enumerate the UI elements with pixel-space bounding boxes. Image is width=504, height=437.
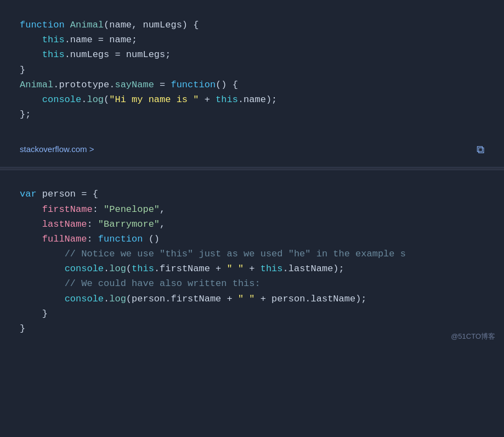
code-line-b3: lastName: "Barrymore", <box>20 217 484 232</box>
code-line-6: console.log("Hi my name is " + this.name… <box>20 92 484 107</box>
code-line-b1: var person = { <box>20 187 484 201</box>
code-line-b10: } <box>20 321 484 336</box>
code-block-2: var person = { firstName: "Penelope", la… <box>0 170 504 347</box>
source-link-text[interactable]: stackoverflow.com > <box>20 143 94 156</box>
code-line-b8: console.log(person.firstName + " " + per… <box>20 292 484 306</box>
source-link-bar: stackoverflow.com > ⧉ <box>0 135 504 167</box>
code-line-b4: fullName: function () <box>20 232 484 246</box>
code-line-b9: } <box>20 306 484 321</box>
code-line-7: }; <box>20 107 484 122</box>
code-line-b5: // Notice we use "this" just as we used … <box>20 246 484 261</box>
code-block-1: function Animal(name, numLegs) { this.na… <box>0 0 504 135</box>
code-line-5: Animal.prototype.sayName = function() { <box>20 77 484 92</box>
code-line-4: } <box>20 63 484 77</box>
code-line-b6: console.log(this.firstName + " " + this.… <box>20 261 484 276</box>
code-line-3: this.numLegs = numLegs; <box>20 47 484 62</box>
code-line-2: this.name = name; <box>20 32 484 47</box>
code-line-b2: firstName: "Penelope", <box>20 202 484 217</box>
code-line-1: function Animal(name, numLegs) { <box>20 18 484 32</box>
copy-icon[interactable]: ⧉ <box>477 141 484 158</box>
code-line-b7: // We could have also written this: <box>20 276 484 291</box>
watermark: @51CTO博客 <box>451 331 495 343</box>
